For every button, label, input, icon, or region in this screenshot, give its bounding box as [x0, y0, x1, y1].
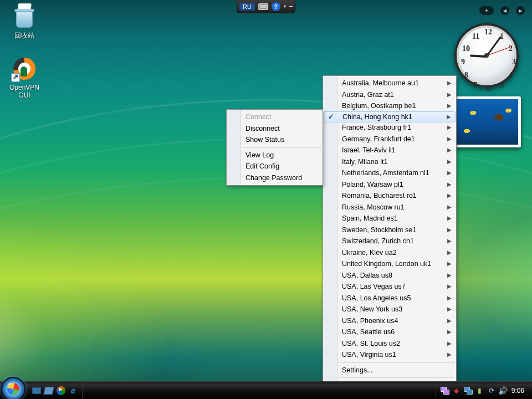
menu-item-server[interactable]: Australia, Melbourne au1▶	[323, 78, 456, 89]
clock-number: 11	[472, 32, 479, 41]
tray-updates-icon[interactable]: ⟳	[487, 386, 496, 395]
menu-item-disconnect[interactable]: Disconnect	[227, 123, 323, 135]
minimize-langbar-icon[interactable]: ━	[289, 3, 293, 9]
menu-item-view-log[interactable]: View Log	[227, 150, 323, 161]
submenu-arrow-icon: ▶	[447, 236, 452, 247]
menu-item-server[interactable]: USA, Los Angeles us5▶	[323, 293, 456, 304]
submenu-arrow-icon: ▶	[447, 179, 452, 191]
menu-item-server[interactable]: Italy, Milano it1▶	[323, 156, 456, 168]
submenu-arrow-icon: ▶	[447, 190, 452, 202]
menu-item-server[interactable]: USA, Dallas us8▶	[323, 270, 456, 282]
clock-number: 10	[462, 44, 470, 53]
menu-item-show-status[interactable]: Show Status	[227, 134, 323, 146]
start-button[interactable]	[1, 377, 25, 400]
submenu-arrow-icon: ▶	[447, 112, 451, 122]
clock-number: 4	[509, 71, 513, 80]
submenu-arrow-icon: ▶	[447, 224, 452, 236]
checkmark-icon: ✓	[328, 112, 334, 122]
clock-number: 12	[484, 28, 492, 37]
switch-windows-icon[interactable]	[43, 385, 54, 396]
sidebar-prev-button[interactable]: ◂	[500, 6, 510, 16]
submenu-arrow-icon: ▶	[447, 326, 452, 338]
desktop-icon-label: OpenVPNGUI	[3, 84, 45, 100]
sidebar-add-gadget-button[interactable]: +	[479, 6, 494, 16]
submenu-arrow-icon: ▶	[447, 315, 452, 327]
menu-item-server[interactable]: Spain, Madrid es1▶	[323, 213, 456, 224]
menu-item-server[interactable]: Austria, Graz at1▶	[323, 89, 456, 101]
menu-item-server[interactable]: USA, Seattle us6▶	[323, 326, 456, 338]
submenu-arrow-icon: ▶	[447, 304, 452, 315]
menu-item-server[interactable]: Poland, Warsaw pl1▶	[323, 179, 456, 191]
menu-item-server[interactable]: Ukraine, Kiev ua2▶	[323, 247, 456, 259]
menu-item-server[interactable]: Israel, Tel-Aviv il1▶	[323, 145, 456, 156]
desktop-icon-label: 回收站	[3, 32, 45, 39]
clock-number: 9	[461, 58, 465, 66]
show-desktop-icon[interactable]	[31, 385, 42, 396]
submenu-arrow-icon: ▶	[447, 293, 452, 304]
menu-item-server[interactable]: Switzerland, Zurich ch1▶	[323, 236, 456, 247]
submenu-arrow-icon: ▶	[447, 247, 452, 259]
menu-item-server[interactable]: Romania, Bucharest ro1▶	[323, 190, 456, 202]
desktop-icon-recycle-bin[interactable]: 回收站	[3, 3, 45, 39]
clock-gadget[interactable]: 12 1 2 3 4 5 6 7 8 9 10 11	[454, 23, 519, 88]
submenu-arrow-icon: ▶	[447, 100, 452, 112]
openvpn-server-menu: Australia, Melbourne au1▶ Austria, Graz …	[323, 75, 457, 393]
menu-item-settings[interactable]: Settings...	[323, 365, 456, 376]
menu-separator	[339, 362, 455, 363]
menu-separator	[339, 377, 455, 378]
submenu-arrow-icon: ▶	[447, 270, 452, 282]
chevron-down-icon[interactable]: ▾	[284, 4, 286, 9]
menu-item-server[interactable]: USA, St. Louis us2▶	[323, 338, 456, 350]
submenu-arrow-icon: ▶	[447, 78, 452, 89]
menu-item-server[interactable]: Russia, Moscow ru1▶	[323, 202, 456, 213]
taskbar-clock[interactable]: 9:06	[510, 387, 528, 395]
menu-item-server[interactable]: USA, Las Vegas us7▶	[323, 281, 456, 293]
clock-number: 6	[487, 84, 490, 93]
tray-security-icon[interactable]: ◆	[452, 386, 461, 395]
submenu-arrow-icon: ▶	[447, 89, 452, 101]
menu-item-server-selected[interactable]: ✓China, Hong Kong hk1▶	[324, 111, 456, 123]
clock-center-cap	[484, 53, 489, 58]
openvpn-action-submenu: Connect Disconnect Show Status View Log …	[226, 109, 323, 186]
language-indicator[interactable]: RU	[239, 3, 255, 11]
language-bar[interactable]: RU ? ▾ ━	[237, 0, 295, 13]
tray-battery-icon[interactable]: ▮	[475, 386, 484, 395]
tray-openvpn-icon[interactable]	[441, 386, 449, 395]
menu-item-edit-config[interactable]: Edit Config	[227, 161, 323, 172]
menu-item-connect: Connect	[227, 111, 323, 123]
media-player-icon[interactable]	[55, 385, 66, 396]
menu-item-server[interactable]: USA, Virginia us1▶	[323, 349, 456, 361]
tray-volume-icon[interactable]: 🔊	[499, 386, 508, 395]
submenu-arrow-icon: ▶	[447, 213, 452, 224]
submenu-arrow-icon: ▶	[447, 122, 452, 134]
menu-item-server[interactable]: United Kingdom, London uk1▶	[323, 258, 456, 270]
menu-item-server[interactable]: France, Strasbourg fr1▶	[323, 122, 456, 134]
slideshow-gadget[interactable]	[451, 96, 521, 147]
sidebar-next-button[interactable]: ▸	[515, 6, 525, 16]
menu-item-server[interactable]: Germany, Frankfurt de1▶	[323, 134, 456, 145]
internet-explorer-icon[interactable]: e	[68, 385, 79, 396]
submenu-arrow-icon: ▶	[447, 134, 452, 145]
clock-number: 5	[500, 81, 504, 90]
desktop-icon-openvpn-gui[interactable]: OpenVPNGUI	[3, 55, 45, 100]
menu-item-server[interactable]: Netherlands, Amsterdam nl1▶	[323, 167, 456, 179]
menu-item-change-password[interactable]: Change Password	[227, 172, 323, 184]
submenu-arrow-icon: ▶	[447, 156, 452, 168]
help-icon[interactable]: ?	[272, 2, 280, 11]
submenu-arrow-icon: ▶	[447, 167, 452, 179]
keyboard-icon[interactable]	[258, 3, 268, 10]
openvpn-icon	[11, 55, 38, 82]
menu-item-server[interactable]: USA, Phoenix us4▶	[323, 315, 456, 327]
recycle-bin-icon	[11, 3, 38, 30]
menu-item-server[interactable]: Sweden, Stockholm se1▶	[323, 224, 456, 236]
submenu-arrow-icon: ▶	[447, 258, 452, 270]
system-tray: ◆ ▮ ⟳ 🔊 9:06	[436, 382, 532, 399]
clock-number: 3	[512, 58, 516, 66]
clock-number: 2	[509, 44, 513, 53]
tray-network-icon[interactable]	[464, 386, 473, 395]
submenu-arrow-icon: ▶	[447, 349, 452, 361]
clock-number: 8	[464, 71, 468, 80]
menu-item-server[interactable]: USA, New York us3▶	[323, 304, 456, 315]
menu-item-server[interactable]: Belgium, Oostkamp be1▶	[323, 100, 456, 112]
submenu-arrow-icon: ▶	[447, 202, 452, 213]
